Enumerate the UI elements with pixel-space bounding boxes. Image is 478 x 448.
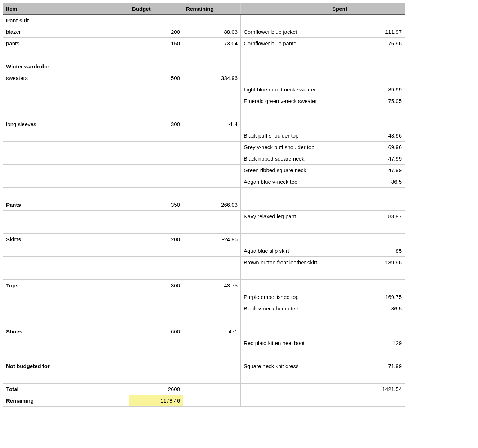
cell-item[interactable] [3,95,129,107]
cell-item[interactable]: Pants [3,199,129,211]
cell-item[interactable]: Skirts [3,234,129,245]
cell-budget[interactable] [129,188,183,199]
cell-spent[interactable]: 47.99 [329,153,405,165]
cell-remaining[interactable]: 88.03 [183,26,241,38]
cell-item[interactable] [3,176,129,188]
cell-desc[interactable] [241,15,329,26]
cell-remaining[interactable] [183,142,241,153]
cell-item[interactable]: Pant suit [3,15,129,26]
cell-budget[interactable]: 1178.46 [129,395,183,407]
cell-desc[interactable] [241,395,329,407]
cell-remaining[interactable] [183,15,241,26]
cell-desc[interactable]: Square neck knit dress [241,360,329,372]
cell-item[interactable]: blazer [3,26,129,38]
cell-desc[interactable] [241,199,329,211]
cell-desc[interactable] [241,314,329,326]
cell-spent[interactable] [329,234,405,245]
cell-item[interactable] [3,49,129,61]
cell-budget[interactable] [129,130,183,142]
cell-desc[interactable] [241,107,329,118]
cell-budget[interactable] [129,61,183,72]
cell-spent[interactable]: 86.5 [329,176,405,188]
cell-remaining[interactable]: -1.4 [183,118,241,130]
cell-item[interactable] [3,303,129,314]
cell-item[interactable]: sweaters [3,72,129,84]
cell-item[interactable]: Remaining [3,395,129,407]
cell-remaining[interactable] [183,176,241,188]
cell-budget[interactable]: 350 [129,199,183,211]
cell-spent[interactable] [329,268,405,280]
cell-item[interactable]: Total [3,384,129,395]
cell-budget[interactable] [129,314,183,326]
cell-spent[interactable]: 86.5 [329,303,405,314]
cell-budget[interactable]: 200 [129,26,183,38]
cell-budget[interactable] [129,245,183,257]
cell-spent[interactable]: 71.99 [329,360,405,372]
cell-budget[interactable] [129,291,183,303]
cell-desc[interactable]: Purple embellished top [241,291,329,303]
cell-remaining[interactable]: 334.96 [183,72,241,84]
cell-item[interactable] [3,372,129,384]
cell-remaining[interactable] [183,130,241,142]
cell-remaining[interactable] [183,337,241,349]
cell-item[interactable] [3,165,129,176]
cell-desc[interactable]: Aqua blue slip skirt [241,245,329,257]
cell-desc[interactable]: Cornflower blue jacket [241,26,329,38]
cell-spent[interactable] [329,280,405,291]
cell-remaining[interactable] [183,384,241,395]
cell-item[interactable] [3,268,129,280]
cell-remaining[interactable]: 471 [183,326,241,337]
cell-remaining[interactable] [183,291,241,303]
cell-desc[interactable] [241,188,329,199]
cell-remaining[interactable] [183,360,241,372]
cell-desc[interactable]: Cornflower blue pants [241,38,329,49]
cell-desc[interactable] [241,372,329,384]
cell-desc[interactable]: Aegan blue v-neck tee [241,176,329,188]
cell-desc[interactable] [241,49,329,61]
cell-desc[interactable] [241,234,329,245]
cell-desc[interactable]: Grey v-neck puff shoulder top [241,142,329,153]
cell-budget[interactable] [129,222,183,234]
cell-item[interactable] [3,153,129,165]
cell-spent[interactable] [329,199,405,211]
cell-desc[interactable]: Navy relaxed leg pant [241,211,329,222]
cell-remaining[interactable]: -24.96 [183,234,241,245]
cell-desc[interactable]: Black puff shoulder top [241,130,329,142]
cell-desc[interactable] [241,61,329,72]
cell-spent[interactable] [329,49,405,61]
cell-spent[interactable]: 47.99 [329,165,405,176]
cell-spent[interactable] [329,107,405,118]
cell-item[interactable] [3,257,129,268]
cell-item[interactable] [3,291,129,303]
cell-budget[interactable] [129,107,183,118]
cell-remaining[interactable] [183,188,241,199]
cell-spent[interactable] [329,314,405,326]
cell-item[interactable] [3,211,129,222]
cell-desc[interactable] [241,222,329,234]
cell-item[interactable] [3,84,129,95]
cell-remaining[interactable]: 73.04 [183,38,241,49]
cell-spent[interactable]: 76.96 [329,38,405,49]
cell-remaining[interactable] [183,314,241,326]
cell-desc[interactable] [241,72,329,84]
cell-spent[interactable] [329,188,405,199]
cell-item[interactable] [3,349,129,360]
cell-desc[interactable]: Red plaid kitten heel boot [241,337,329,349]
cell-item[interactable] [3,337,129,349]
cell-item[interactable] [3,222,129,234]
cell-item[interactable]: Not budgeted for [3,360,129,372]
cell-item[interactable] [3,314,129,326]
cell-desc[interactable] [241,280,329,291]
cell-remaining[interactable] [183,222,241,234]
cell-budget[interactable] [129,360,183,372]
cell-remaining[interactable]: 266.03 [183,199,241,211]
cell-remaining[interactable] [183,395,241,407]
cell-desc[interactable]: Emerald green v-neck sweater [241,95,329,107]
cell-budget[interactable]: 2600 [129,384,183,395]
cell-spent[interactable]: 69.96 [329,142,405,153]
cell-spent[interactable]: 48.96 [329,130,405,142]
cell-spent[interactable] [329,326,405,337]
cell-remaining[interactable] [183,372,241,384]
cell-budget[interactable] [129,257,183,268]
cell-budget[interactable]: 500 [129,72,183,84]
